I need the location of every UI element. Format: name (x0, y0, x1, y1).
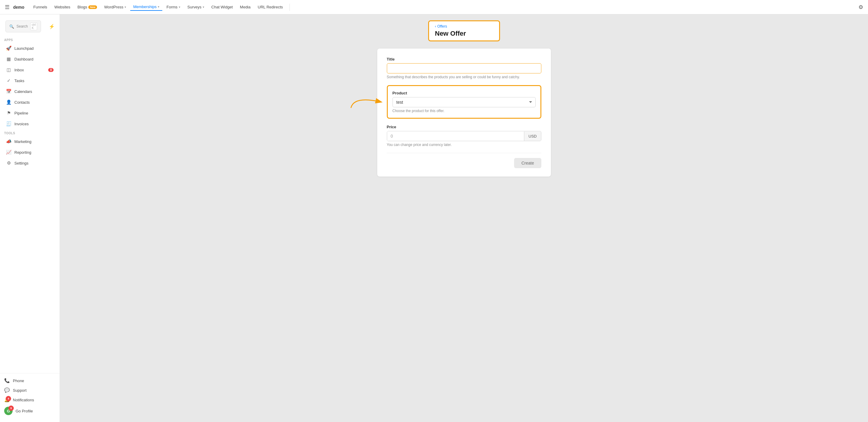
new-offer-form: Title Something that describes the produ… (377, 49, 551, 176)
sidebar-item-invoices[interactable]: 🧾 Invoices (2, 119, 58, 129)
chevron-down-icon: ▾ (158, 5, 159, 8)
nav-memberships[interactable]: Memberships ▾ (130, 3, 162, 11)
app-logo: demo (13, 5, 24, 9)
calendars-icon: 📅 (6, 89, 11, 94)
sidebar-item-support[interactable]: 💬 Support (0, 386, 60, 395)
chevron-down-icon: ▾ (179, 5, 180, 9)
nav-surveys[interactable]: Surveys ▾ (184, 4, 207, 10)
create-button[interactable]: Create (514, 158, 541, 168)
title-input[interactable] (387, 63, 541, 74)
search-icon: 🔍 (9, 24, 14, 29)
back-label: Offers (437, 24, 447, 28)
sidebar-item-inbox[interactable]: ◫ Inbox 0 (2, 65, 58, 75)
main-layout: 🔍 Search ctrl K ⚡ Apps 🚀 Launchpad ▦ Das… (0, 15, 868, 422)
product-select[interactable]: test (393, 97, 536, 107)
nav-chat-widget[interactable]: Chat Widget (208, 4, 236, 10)
currency-label: USD (524, 132, 541, 141)
sidebar-item-settings[interactable]: ⚙ Settings (2, 158, 58, 168)
title-hint: Something that describes the products yo… (387, 75, 541, 79)
sidebar-item-notifications[interactable]: 🔔 4 Notifications (0, 395, 60, 404)
marketing-icon: 📣 (6, 139, 11, 144)
annotation-arrow (348, 93, 384, 111)
nav-blogs[interactable]: Blogs New (74, 4, 100, 10)
sidebar-item-launchpad[interactable]: 🚀 Launchpad (2, 43, 58, 53)
nav-media[interactable]: Media (237, 4, 253, 10)
product-label: Product (393, 91, 536, 95)
price-label: Price (387, 125, 541, 129)
sidebar-item-label: Go Profile (16, 409, 33, 413)
sidebar-item-calendars[interactable]: 📅 Calendars (2, 86, 58, 96)
chevron-down-icon: ▾ (125, 5, 126, 9)
dashboard-icon: ▦ (6, 56, 11, 62)
title-label: Title (387, 57, 541, 61)
create-btn-row: Create (387, 158, 541, 168)
chevron-left-icon: ‹ (435, 24, 436, 28)
sidebar-item-label: Calendars (14, 89, 32, 94)
chevron-down-icon: ▾ (203, 5, 204, 9)
price-input-wrap: USD (387, 131, 541, 141)
form-divider (387, 153, 541, 153)
sidebar-item-label: Dashboard (14, 57, 34, 61)
inbox-badge: 0 (48, 68, 54, 72)
pipeline-icon: ⚑ (6, 110, 11, 116)
nav-funnels[interactable]: Funnels (30, 4, 50, 10)
search-bar[interactable]: 🔍 Search ctrl K (5, 20, 41, 32)
sidebar-item-label: Notifications (13, 398, 34, 402)
sidebar-item-pipeline[interactable]: ⚑ Pipeline (2, 108, 58, 118)
tools-section-label: Tools (0, 129, 60, 136)
sidebar-item-phone[interactable]: 📞 Phone (0, 376, 60, 386)
sidebar-item-label: Pipeline (14, 111, 28, 115)
settings-icon: ⚙ (6, 160, 11, 166)
sidebar-item-label: Settings (14, 161, 28, 165)
lightning-icon[interactable]: ⚡ (49, 24, 55, 29)
product-section: Product test Choose the product for this… (387, 85, 541, 119)
nav-url-redirects[interactable]: URL Redirects (255, 4, 286, 10)
sidebar-bottom: 📞 Phone 💬 Support 🔔 4 Notifications G 9 (0, 373, 60, 420)
sidebar-item-reporting[interactable]: 📈 Reporting (2, 147, 58, 157)
hamburger-icon[interactable]: ☰ (5, 4, 9, 10)
sidebar-item-label: Reporting (14, 150, 31, 154)
new-badge: New (88, 5, 97, 9)
search-shortcut: ctrl K (30, 23, 37, 30)
sidebar-item-label: Support (13, 388, 27, 393)
sidebar-item-label: Launchpad (14, 46, 34, 51)
main-content: ‹ Offers New Offer Title Something that … (60, 15, 868, 422)
tasks-icon: ✓ (6, 78, 11, 83)
support-icon: 💬 (4, 388, 10, 393)
go-profile-badge: 9 (8, 405, 14, 411)
sidebar-item-label: Tasks (14, 79, 24, 83)
reporting-icon: 📈 (6, 149, 11, 155)
top-nav: ☰ demo Funnels Websites Blogs New WordPr… (0, 0, 868, 15)
launchpad-icon: 🚀 (6, 46, 11, 51)
price-group: Price USD You can change price and curre… (387, 125, 541, 147)
price-input[interactable] (387, 131, 524, 141)
sidebar-item-label: Contacts (14, 100, 30, 105)
product-hint: Choose the product for this offer. (393, 109, 536, 113)
title-group: Title Something that describes the produ… (387, 57, 541, 79)
nav-forms[interactable]: Forms ▾ (163, 4, 183, 10)
apps-section-label: Apps (0, 36, 60, 43)
product-group: Product test Choose the product for this… (387, 85, 541, 119)
sidebar-item-go-profile[interactable]: G 9 Go Profile (0, 404, 60, 417)
sidebar-item-label: Phone (13, 378, 24, 383)
invoices-icon: 🧾 (6, 121, 11, 126)
sidebar-item-marketing[interactable]: 📣 Marketing (2, 136, 58, 146)
notifications-badge: 4 (6, 396, 11, 401)
page-header-box: ‹ Offers New Offer (428, 20, 500, 41)
sidebar-item-dashboard[interactable]: ▦ Dashboard (2, 54, 58, 64)
phone-icon: 📞 (4, 378, 10, 383)
nav-websites[interactable]: Websites (52, 4, 73, 10)
page-title: New Offer (435, 30, 493, 37)
sidebar-item-label: Invoices (14, 122, 29, 126)
sidebar-item-tasks[interactable]: ✓ Tasks (2, 76, 58, 86)
sidebar-item-contacts[interactable]: 👤 Contacts (2, 97, 58, 107)
price-hint: You can change price and currency later. (387, 143, 541, 147)
back-link[interactable]: ‹ Offers (435, 24, 493, 28)
gear-icon[interactable]: ⚙ (859, 4, 863, 10)
sidebar-item-label: Inbox (14, 68, 24, 72)
sidebar: 🔍 Search ctrl K ⚡ Apps 🚀 Launchpad ▦ Das… (0, 15, 60, 422)
nav-divider (289, 4, 290, 11)
sidebar-item-label: Marketing (14, 139, 31, 144)
inbox-icon: ◫ (6, 67, 11, 73)
nav-wordpress[interactable]: WordPress ▾ (101, 4, 129, 10)
